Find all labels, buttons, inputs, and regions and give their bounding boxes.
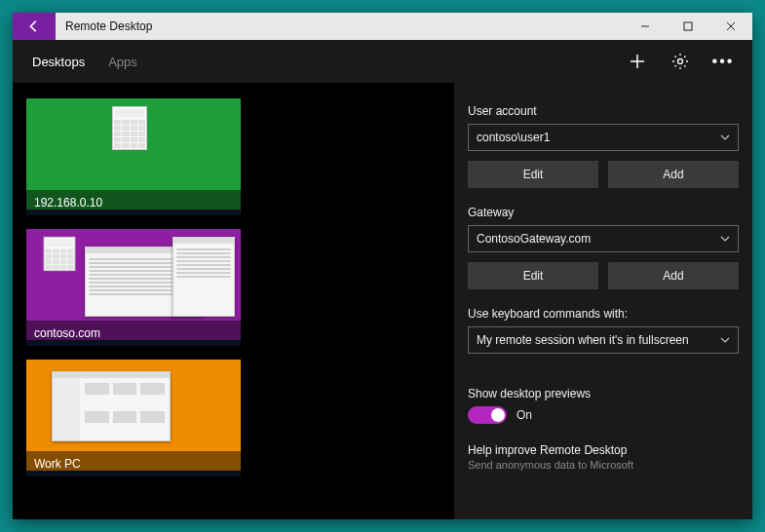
keyboard-selected: My remote session when it's in fullscree… bbox=[477, 333, 689, 347]
svg-point-2 bbox=[678, 59, 683, 64]
chevron-down-icon bbox=[720, 133, 730, 142]
user-account-label: User account bbox=[468, 104, 739, 118]
desktop-tile-label: contoso.com bbox=[26, 321, 241, 346]
maximize-button[interactable] bbox=[667, 13, 709, 40]
gateway-selected: ContosoGateway.com bbox=[477, 232, 591, 246]
previews-toggle[interactable] bbox=[468, 406, 507, 424]
user-account-edit-button[interactable]: Edit bbox=[468, 161, 598, 188]
settings-button[interactable] bbox=[659, 40, 702, 83]
add-button[interactable] bbox=[616, 40, 659, 83]
maximize-icon bbox=[683, 21, 693, 31]
settings-pane: User account contoso\user1 Edit Add Gate… bbox=[454, 83, 752, 519]
help-subtitle: Send anonymous data to Microsoft bbox=[468, 459, 739, 471]
desktop-tile[interactable]: contoso.com bbox=[26, 229, 241, 346]
previews-label: Show desktop previews bbox=[468, 387, 739, 400]
keyboard-label: Use keyboard commands with: bbox=[468, 307, 739, 321]
app-title: Remote Desktop bbox=[56, 13, 162, 40]
minimize-button[interactable] bbox=[624, 13, 667, 40]
svg-rect-1 bbox=[684, 22, 692, 30]
minimize-icon bbox=[640, 21, 650, 31]
plus-icon bbox=[629, 53, 646, 70]
gateway-edit-button[interactable]: Edit bbox=[468, 262, 598, 289]
desktop-tile-label: Work PC bbox=[26, 451, 241, 476]
close-button[interactable] bbox=[709, 13, 752, 40]
tab-desktops[interactable]: Desktops bbox=[20, 40, 96, 83]
previews-state: On bbox=[516, 408, 532, 422]
command-bar: Desktops Apps ••• bbox=[13, 40, 752, 83]
user-account-selected: contoso\user1 bbox=[477, 131, 550, 144]
gateway-dropdown[interactable]: ContosoGateway.com bbox=[468, 225, 739, 252]
back-button[interactable] bbox=[13, 13, 56, 40]
tab-apps[interactable]: Apps bbox=[96, 40, 149, 83]
chevron-down-icon bbox=[720, 335, 730, 345]
ellipsis-icon: ••• bbox=[712, 53, 735, 70]
gateway-label: Gateway bbox=[468, 206, 739, 219]
help-title: Help improve Remote Desktop bbox=[468, 443, 739, 457]
arrow-left-icon bbox=[27, 19, 41, 33]
user-account-dropdown[interactable]: contoso\user1 bbox=[468, 124, 739, 151]
app-window: Remote Desktop Desktops Apps bbox=[13, 13, 752, 519]
desktop-tile[interactable]: Work PC bbox=[26, 360, 241, 476]
more-button[interactable]: ••• bbox=[702, 40, 745, 83]
gear-icon bbox=[671, 53, 689, 70]
chevron-down-icon bbox=[720, 234, 730, 244]
user-account-add-button[interactable]: Add bbox=[608, 161, 739, 188]
desktop-tile[interactable]: 192.168.0.10 bbox=[26, 98, 241, 215]
close-icon bbox=[726, 21, 736, 31]
titlebar: Remote Desktop bbox=[13, 13, 752, 40]
desktops-grid: 192.168.0.10 bbox=[13, 83, 454, 519]
desktop-tile-label: 192.168.0.10 bbox=[26, 190, 241, 215]
keyboard-dropdown[interactable]: My remote session when it's in fullscree… bbox=[468, 326, 739, 354]
gateway-add-button[interactable]: Add bbox=[608, 262, 739, 289]
